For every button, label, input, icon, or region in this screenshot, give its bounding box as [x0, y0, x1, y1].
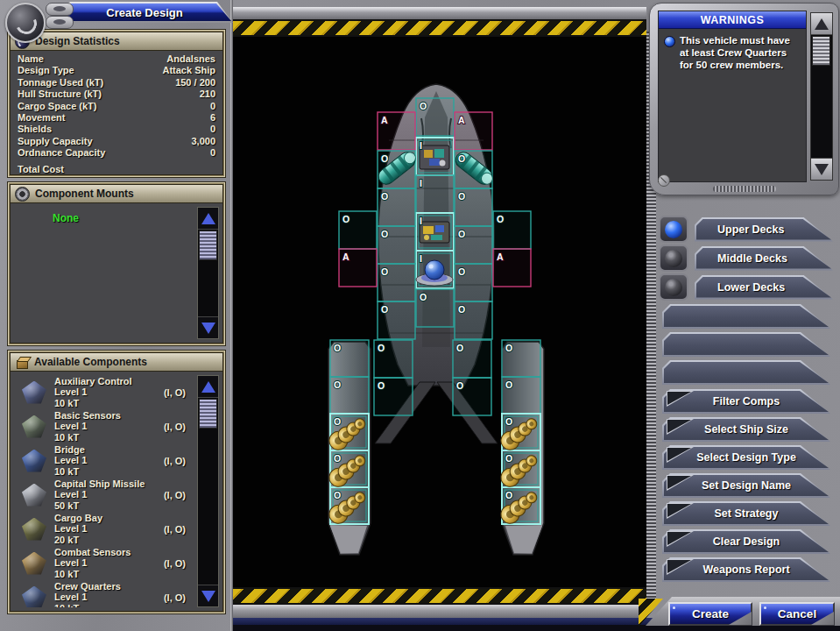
stat-label: Name: [18, 53, 44, 65]
component-item-cargo-bay[interactable]: Cargo BayLevel 120 kT(I, O): [16, 512, 193, 546]
action-button-select-design-type[interactable]: Select Design Type: [662, 445, 830, 470]
component-item-capital-ship-missile[interactable]: Capital Ship MissileLevel 150 kT(I, O): [16, 478, 193, 512]
slot-label: O: [334, 453, 341, 464]
cancel-button[interactable]: Cancel: [759, 602, 835, 626]
slot-label: A: [381, 115, 388, 125]
crew-quarters-icon: [18, 585, 51, 608]
stat-value: 210: [200, 89, 215, 100]
slot-label: I: [420, 253, 422, 264]
component-item-basic-sensors[interactable]: Basic SensorsLevel 110 kT(I, O): [16, 409, 193, 443]
stat-value: Attack Ship: [162, 65, 215, 76]
component-name: Basic Sensors: [54, 410, 149, 422]
action-button-set-strategy[interactable]: Set Strategy: [662, 501, 830, 526]
blank-button-group: [662, 304, 830, 388]
slot-label: A: [342, 252, 349, 262]
deck-button-lower-decks[interactable]: Lower Decks: [695, 275, 833, 300]
corner-notch-icon: [667, 447, 694, 463]
menu-orb-button[interactable]: [5, 3, 46, 43]
deck-button-upper-decks[interactable]: Upper Decks: [695, 217, 833, 242]
slot-label: O: [458, 191, 465, 202]
component-text: BridgeLevel 110 kT: [54, 444, 149, 478]
machinery-component: [420, 222, 449, 243]
component-mounts-icon: [15, 187, 30, 202]
components-scroll-down-button[interactable]: [198, 585, 218, 606]
cargo-bay-icon: [18, 516, 51, 542]
mounts-scroll-up-button[interactable]: [198, 208, 218, 230]
down-arrow-icon: [201, 591, 215, 602]
oval-button-bottom[interactable]: [46, 16, 74, 29]
blank-button-1[interactable]: [662, 304, 830, 329]
component-item-auxiliary-control[interactable]: Auxiliary ControlLevel 110 kT(I, O): [16, 375, 193, 409]
bottom-hazard-stripe: [231, 587, 646, 605]
component-item-combat-sensors[interactable]: Combat SensorsLevel 110 kT(I, O): [16, 546, 193, 580]
blank-button-3[interactable]: [662, 360, 830, 385]
warnings-body: WARNINGS This vehicle must have at least…: [658, 11, 807, 182]
mounts-scrollbar-thumb[interactable]: [199, 230, 217, 260]
deck-row-upper-decks: Upper Decks: [659, 216, 833, 242]
warnings-scrollbar[interactable]: [810, 12, 833, 181]
component-item-crew-quarters[interactable]: Crew QuartersLevel 110 kT(I, O): [16, 580, 193, 607]
component-text: Basic SensorsLevel 110 kT: [54, 410, 149, 443]
capital-ship-missile-icon: [18, 482, 51, 508]
stat-value: 0: [210, 124, 215, 135]
components-scrollbar[interactable]: [197, 375, 219, 607]
down-arrow-icon: [815, 164, 829, 175]
slot-label: O: [456, 343, 463, 353]
warnings-scroll-up-button[interactable]: [811, 13, 832, 35]
stat-label: Ordnance Capacity: [18, 147, 105, 159]
component-mounts-panel: Component Mounts None: [7, 181, 226, 346]
screw-icon: [658, 174, 670, 187]
oval-button-top[interactable]: [46, 3, 74, 16]
warning-message-1: This vehicle must have at least Crew Qua…: [664, 34, 801, 71]
slot-label: O: [334, 490, 341, 500]
action-button-select-ship-size[interactable]: Select Ship Size: [662, 417, 830, 442]
component-size: 10 kT: [54, 398, 149, 409]
available-components-header: Available Components: [11, 353, 222, 372]
deck-radio-lower-decks[interactable]: [659, 273, 688, 301]
component-item-bridge[interactable]: BridgeLevel 110 kT(I, O): [16, 443, 193, 478]
component-level: Level 1: [54, 386, 149, 398]
deck-radio-upper-decks[interactable]: [659, 216, 688, 243]
warning-text: This vehicle must have at least Crew Qua…: [680, 34, 801, 71]
slot-label: O: [420, 292, 427, 302]
basic-sensors-icon: [18, 414, 51, 440]
create-button[interactable]: Create: [668, 602, 752, 626]
mounts-scrollbar[interactable]: [197, 207, 219, 339]
slot-label: O: [381, 191, 388, 202]
deck-button-middle-decks[interactable]: Middle Decks: [695, 246, 833, 271]
component-level: Level 1: [54, 421, 149, 432]
slot-label: O: [505, 343, 512, 353]
slot-label: I: [420, 178, 422, 188]
up-arrow-icon: [201, 213, 215, 224]
stat-row-cargo-space-kt: Cargo Space (kT)0: [18, 101, 215, 112]
slot-label: O: [378, 380, 385, 391]
action-button-set-design-name[interactable]: Set Design Name: [662, 473, 830, 498]
action-button-clear-design[interactable]: Clear Design: [662, 529, 830, 554]
components-scroll-up-button[interactable]: [198, 376, 218, 398]
warnings-scrollbar-thumb[interactable]: [812, 36, 830, 66]
warnings-scroll-down-button[interactable]: [811, 158, 832, 180]
deck-radio-middle-decks[interactable]: [659, 245, 688, 272]
button-face: [664, 306, 829, 327]
action-button-filter-comps[interactable]: Filter Comps: [662, 389, 830, 414]
stat-row-movement: Movement6: [18, 112, 215, 124]
ship-design-canvas[interactable]: OIIIIOAAOOOOOOOOOOOOOOOOAAOOOOOOOOOO: [231, 37, 646, 587]
slot-label: O: [458, 266, 465, 277]
component-text: Capital Ship MissileLevel 150 kT: [54, 479, 149, 512]
action-button-weapons-report[interactable]: Weapons Report: [662, 557, 830, 582]
up-arrow-icon: [815, 18, 829, 30]
slot-label: O: [334, 379, 341, 390]
components-scrollbar-thumb[interactable]: [199, 399, 217, 429]
component-text: Combat SensorsLevel 110 kT: [54, 547, 149, 580]
blank-button-2[interactable]: [662, 332, 830, 357]
available-components-title: Available Components: [34, 356, 147, 368]
stat-row-ordnance-capacity: Ordnance Capacity0: [18, 147, 215, 159]
component-size: 10 kT: [54, 466, 149, 478]
component-name: Combat Sensors: [54, 547, 149, 558]
component-slots: (I, O): [149, 592, 193, 603]
slot-label: O: [381, 229, 388, 239]
mounts-scroll-down-button[interactable]: [198, 316, 218, 338]
component-mounts-list[interactable]: None: [16, 207, 193, 339]
component-text: Crew QuartersLevel 110 kT: [54, 581, 149, 607]
component-slots: (I, O): [149, 558, 193, 569]
